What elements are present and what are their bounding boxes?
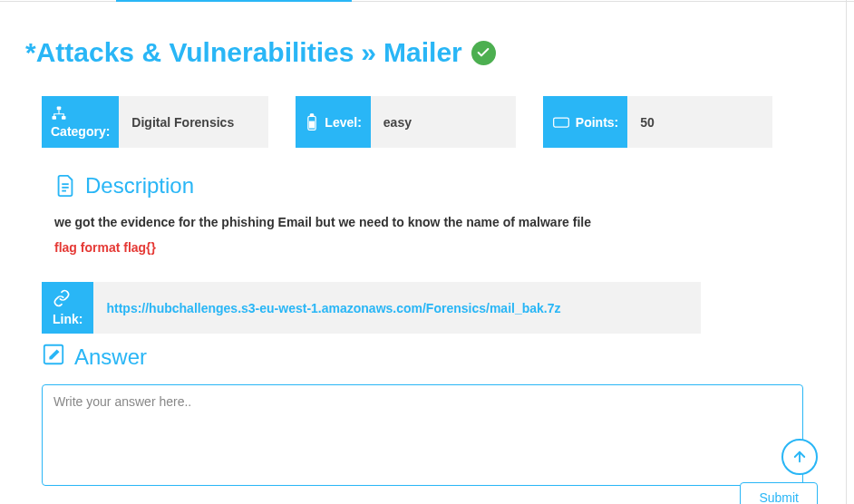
category-block: Category: Digital Forensics bbox=[42, 96, 268, 148]
active-tab-indicator-2 bbox=[223, 0, 352, 2]
svg-rect-1 bbox=[53, 116, 57, 120]
svg-rect-2 bbox=[62, 116, 66, 120]
svg-rect-4 bbox=[311, 113, 314, 116]
solved-check-icon bbox=[471, 41, 496, 65]
active-tab-indicator bbox=[116, 0, 223, 2]
breadcrumb-current: Mailer bbox=[383, 36, 462, 69]
points-label: Points: bbox=[543, 96, 627, 148]
edit-icon bbox=[42, 343, 65, 372]
panel-right-border bbox=[846, 0, 847, 504]
answer-heading: Answer bbox=[42, 343, 829, 372]
svg-rect-8 bbox=[553, 118, 568, 127]
link-label-text: Link: bbox=[53, 312, 82, 326]
submit-button[interactable]: Submit bbox=[740, 482, 818, 504]
breadcrumb-root[interactable]: *Attacks & Vulnerabilities bbox=[25, 36, 354, 69]
category-label-text: Category: bbox=[51, 124, 110, 139]
points-value: 50 bbox=[627, 96, 772, 148]
link-icon bbox=[53, 289, 82, 310]
points-label-text: Points: bbox=[576, 115, 618, 130]
level-label-text: Level: bbox=[325, 115, 361, 130]
flag-format-text: flag format flag{} bbox=[54, 240, 829, 255]
category-label: Category: bbox=[42, 96, 119, 148]
coins-icon bbox=[552, 115, 570, 130]
level-label: Level: bbox=[296, 96, 370, 148]
svg-rect-5 bbox=[310, 123, 315, 125]
link-label: Link: bbox=[42, 282, 93, 334]
answer-input[interactable] bbox=[42, 384, 803, 486]
description-heading-text: Description bbox=[85, 173, 194, 199]
points-block: Points: 50 bbox=[543, 96, 772, 148]
svg-rect-6 bbox=[310, 126, 315, 128]
level-block: Level: easy bbox=[296, 96, 515, 148]
description-heading: Description bbox=[54, 173, 829, 199]
link-value: https://hubchallenges.s3-eu-west-1.amazo… bbox=[93, 282, 701, 334]
file-text-icon bbox=[54, 174, 76, 198]
category-value: Digital Forensics bbox=[119, 96, 268, 148]
svg-rect-7 bbox=[310, 121, 315, 123]
scroll-to-top-button[interactable] bbox=[781, 439, 818, 475]
link-block: Link: https://hubchallenges.s3-eu-west-1… bbox=[42, 282, 829, 334]
answer-heading-text: Answer bbox=[74, 344, 147, 370]
download-link[interactable]: https://hubchallenges.s3-eu-west-1.amazo… bbox=[106, 301, 560, 315]
description-body: we got the evidence for the phishing Ema… bbox=[54, 215, 829, 229]
page-title: *Attacks & Vulnerabilities » Mailer bbox=[25, 36, 829, 69]
arrow-up-icon bbox=[791, 449, 808, 465]
answer-box bbox=[42, 384, 803, 489]
tab-bar bbox=[0, 0, 854, 2]
battery-icon bbox=[305, 113, 319, 131]
svg-rect-0 bbox=[57, 107, 62, 111]
sitemap-icon bbox=[51, 105, 110, 121]
challenge-meta-row: Category: Digital Forensics Level: easy … bbox=[42, 96, 829, 148]
breadcrumb-separator: » bbox=[361, 36, 376, 69]
level-value: easy bbox=[371, 96, 516, 148]
